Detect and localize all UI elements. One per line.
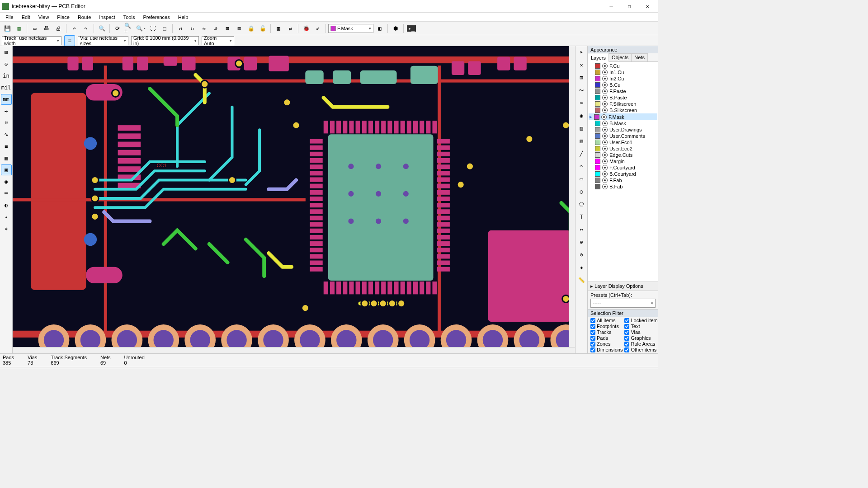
layer-manager[interactable]: ❖: [1, 223, 12, 234]
sf-dimensions-checkbox[interactable]: [590, 347, 595, 352]
tab-nets[interactable]: Nets: [631, 53, 648, 61]
sf-all-items-checkbox[interactable]: [590, 318, 595, 323]
menu-route[interactable]: Route: [74, 14, 94, 21]
save-button[interactable]: 💾: [2, 23, 13, 34]
sf-locked-items-checkbox[interactable]: [624, 318, 629, 323]
sf-tracks[interactable]: Tracks: [590, 329, 623, 335]
add-text[interactable]: T: [576, 211, 587, 222]
layer-swatch-icon[interactable]: [595, 133, 600, 139]
layer-visibility-toggle[interactable]: [602, 140, 608, 145]
layer-swatch-icon[interactable]: [595, 178, 600, 183]
layer-swatch-icon[interactable]: [595, 121, 600, 126]
layer-swatch-icon[interactable]: [595, 95, 600, 100]
sf-zones[interactable]: Zones: [590, 341, 623, 347]
layer-row-b-paste[interactable]: B.Paste: [589, 94, 657, 101]
sf-rule-areas[interactable]: Rule Areas: [624, 341, 658, 347]
layer-visibility-toggle[interactable]: [602, 146, 608, 151]
layer-visibility-toggle[interactable]: [602, 63, 608, 69]
layer-swatch-icon[interactable]: [595, 146, 600, 151]
sf-dimensions[interactable]: Dimensions: [590, 347, 623, 352]
set-origin[interactable]: ⊕: [576, 237, 587, 248]
layer-row-b-fab[interactable]: B.Fab: [589, 183, 657, 190]
grid-dropdown[interactable]: Grid: 0.1000 mm (0.0039 in): [131, 36, 199, 45]
zoom-fit-button[interactable]: ⛶: [147, 23, 158, 34]
layer-swatch-icon[interactable]: [595, 165, 600, 170]
layer-row-margin[interactable]: Margin: [589, 158, 657, 164]
layer-visibility-toggle[interactable]: [602, 101, 608, 107]
layer-swatch-icon[interactable]: [595, 184, 600, 189]
inches-unit[interactable]: in: [1, 70, 12, 81]
mirror-h-button[interactable]: ⇋: [198, 23, 209, 34]
lock-button[interactable]: 🔒: [245, 23, 256, 34]
layer-visibility-toggle[interactable]: [602, 70, 608, 75]
layer-row-b-mask[interactable]: B.Mask: [589, 120, 657, 127]
zoom-in-button[interactable]: 🔍+: [124, 23, 135, 34]
add-zone[interactable]: ▨: [576, 123, 587, 134]
layer-row-f-silkscreen[interactable]: F.Silkscreen: [589, 101, 657, 107]
layer-row-f-mask[interactable]: ▸F.Mask: [589, 113, 657, 120]
layer-row-f-courtyard[interactable]: F.Courtyard: [589, 164, 657, 171]
layer-pair-button[interactable]: ◧: [374, 23, 385, 34]
via-display[interactable]: ◉: [1, 176, 12, 187]
layer-row-b-cu[interactable]: B.Cu: [589, 82, 657, 88]
maximize-button[interactable]: ☐: [620, 0, 638, 13]
3d-viewer-button[interactable]: ⬢: [390, 23, 401, 34]
drc-button[interactable]: 🐞: [301, 23, 311, 34]
layer-row-f-cu[interactable]: F.Cu: [589, 63, 657, 69]
menu-place[interactable]: Place: [53, 14, 73, 21]
page-settings-button[interactable]: ▭: [29, 23, 40, 34]
layer-row-f-fab[interactable]: F.Fab: [589, 177, 657, 183]
footprint-editor-button[interactable]: ▦: [273, 23, 284, 34]
sf-other-items[interactable]: Other items: [624, 347, 658, 352]
layer-swatch-icon[interactable]: [595, 108, 600, 113]
rotate-ccw-button[interactable]: ↺: [175, 23, 186, 34]
mirror-v-button[interactable]: ⇵: [210, 23, 221, 34]
zoom-out-button[interactable]: 🔍-: [136, 23, 146, 34]
cursor-shape[interactable]: ✛: [1, 106, 12, 117]
layer-visibility-toggle[interactable]: [602, 159, 608, 164]
auto-track-width-toggle[interactable]: ≡: [64, 35, 75, 46]
layer-row-user-eco2[interactable]: User.Eco2: [589, 145, 657, 152]
menu-inspect[interactable]: Inspect: [95, 14, 118, 21]
sf-all-items[interactable]: All items: [590, 318, 623, 323]
sf-pads[interactable]: Pads: [590, 335, 623, 341]
anchor-tool[interactable]: ✚: [576, 262, 587, 273]
sf-rule-areas-checkbox[interactable]: [624, 342, 629, 347]
delete-tool[interactable]: ⊘: [576, 249, 587, 260]
print-button[interactable]: 🖶: [41, 23, 52, 34]
layer-alpha[interactable]: ✦: [1, 211, 12, 222]
track-width-dropdown[interactable]: Track: use netclass width: [2, 36, 61, 45]
tab-objects[interactable]: Objects: [609, 53, 632, 61]
layer-swatch-icon[interactable]: [595, 171, 600, 177]
redo-button[interactable]: ↷: [80, 23, 91, 34]
layer-swatch-icon[interactable]: [595, 140, 600, 145]
menu-tools[interactable]: Tools: [120, 14, 139, 21]
layer-visibility-toggle[interactable]: [602, 76, 608, 81]
contrast-mode[interactable]: ◐: [1, 200, 12, 211]
layer-row-user-drawings[interactable]: User.Drawings: [589, 127, 657, 133]
sf-vias[interactable]: Vias: [624, 329, 658, 335]
layer-visibility-toggle[interactable]: [602, 127, 608, 132]
sf-pads-checkbox[interactable]: [590, 336, 595, 341]
update-from-schematic-button[interactable]: ⇄: [285, 23, 296, 34]
layer-row-in2-cu[interactable]: In2.Cu: [589, 75, 657, 82]
layer-visibility-toggle[interactable]: [602, 152, 608, 158]
sf-zones-checkbox[interactable]: [590, 342, 595, 347]
sf-footprints-checkbox[interactable]: [590, 324, 595, 329]
ungroup-button[interactable]: ⊟: [234, 23, 245, 34]
layer-visibility-toggle[interactable]: [602, 95, 608, 100]
pad-display[interactable]: ▣: [1, 164, 12, 175]
draw-circle[interactable]: ○: [576, 186, 587, 197]
via-size-dropdown[interactable]: Via: use netclass sizes: [78, 36, 128, 45]
sf-graphics-checkbox[interactable]: [624, 336, 629, 341]
layer-visibility-toggle[interactable]: [602, 171, 608, 177]
sf-footprints[interactable]: Footprints: [590, 324, 623, 329]
close-button[interactable]: ✕: [638, 0, 656, 13]
layer-visibility-toggle[interactable]: [602, 133, 608, 139]
menu-view[interactable]: View: [35, 14, 53, 21]
layer-swatch-icon[interactable]: [595, 159, 600, 164]
layer-visibility-toggle[interactable]: [602, 178, 608, 183]
layer-visibility-toggle[interactable]: [602, 89, 608, 94]
layer-swatch-icon[interactable]: [595, 101, 600, 107]
zoom-redraw-button[interactable]: ⟳: [112, 23, 123, 34]
